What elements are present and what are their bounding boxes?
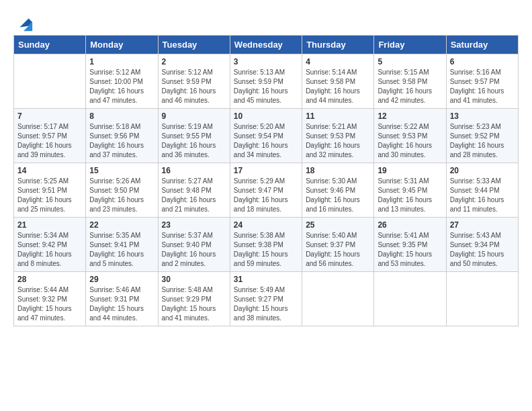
calendar-cell: 19Sunrise: 5:31 AM Sunset: 9:45 PM Dayli…	[374, 163, 446, 218]
week-row-2: 7Sunrise: 5:17 AM Sunset: 9:57 PM Daylig…	[14, 109, 519, 163]
day-number: 16	[162, 166, 226, 175]
calendar-cell: 24Sunrise: 5:38 AM Sunset: 9:38 PM Dayli…	[230, 218, 302, 272]
day-info: Sunrise: 5:12 AM Sunset: 9:59 PM Dayligh…	[162, 68, 226, 105]
week-row-1: 1Sunrise: 5:12 AM Sunset: 10:00 PM Dayli…	[14, 54, 519, 109]
day-info: Sunrise: 5:14 AM Sunset: 9:58 PM Dayligh…	[306, 68, 370, 105]
day-info: Sunrise: 5:31 AM Sunset: 9:45 PM Dayligh…	[378, 177, 442, 214]
calendar-cell	[302, 272, 374, 326]
calendar-cell	[14, 54, 86, 109]
day-info: Sunrise: 5:49 AM Sunset: 9:27 PM Dayligh…	[234, 285, 298, 323]
day-number: 13	[450, 111, 515, 121]
day-number: 14	[17, 166, 82, 175]
calendar-cell: 7Sunrise: 5:17 AM Sunset: 9:57 PM Daylig…	[14, 109, 86, 163]
calendar-cell: 22Sunrise: 5:35 AM Sunset: 9:41 PM Dayli…	[86, 218, 158, 272]
day-info: Sunrise: 5:46 AM Sunset: 9:31 PM Dayligh…	[89, 285, 154, 323]
day-number: 15	[89, 166, 154, 175]
day-info: Sunrise: 5:37 AM Sunset: 9:40 PM Dayligh…	[162, 231, 226, 269]
calendar-cell: 18Sunrise: 5:30 AM Sunset: 9:46 PM Dayli…	[302, 163, 374, 218]
day-info: Sunrise: 5:27 AM Sunset: 9:48 PM Dayligh…	[162, 177, 226, 214]
day-info: Sunrise: 5:41 AM Sunset: 9:35 PM Dayligh…	[378, 231, 442, 269]
day-number: 4	[306, 57, 370, 66]
day-info: Sunrise: 5:44 AM Sunset: 9:32 PM Dayligh…	[17, 285, 82, 323]
day-number: 10	[234, 111, 298, 121]
calendar-cell: 1Sunrise: 5:12 AM Sunset: 10:00 PM Dayli…	[86, 54, 158, 109]
day-number: 25	[306, 220, 370, 230]
calendar-cell: 29Sunrise: 5:46 AM Sunset: 9:31 PM Dayli…	[86, 272, 158, 326]
calendar-cell: 17Sunrise: 5:29 AM Sunset: 9:47 PM Dayli…	[230, 163, 302, 218]
day-number: 12	[378, 111, 442, 121]
day-info: Sunrise: 5:33 AM Sunset: 9:44 PM Dayligh…	[450, 177, 515, 214]
calendar-cell: 6Sunrise: 5:16 AM Sunset: 9:57 PM Daylig…	[446, 54, 518, 109]
calendar-cell: 3Sunrise: 5:13 AM Sunset: 9:59 PM Daylig…	[230, 54, 302, 109]
calendar-cell: 26Sunrise: 5:41 AM Sunset: 9:35 PM Dayli…	[374, 218, 446, 272]
calendar-header: SundayMondayTuesdayWednesdayThursdayFrid…	[14, 36, 519, 54]
calendar-cell: 13Sunrise: 5:23 AM Sunset: 9:52 PM Dayli…	[446, 109, 518, 163]
day-info: Sunrise: 5:20 AM Sunset: 9:54 PM Dayligh…	[234, 122, 298, 160]
calendar-cell: 11Sunrise: 5:21 AM Sunset: 9:53 PM Dayli…	[302, 109, 374, 163]
day-number: 11	[306, 111, 370, 121]
calendar-cell: 30Sunrise: 5:48 AM Sunset: 9:29 PM Dayli…	[158, 272, 230, 326]
day-info: Sunrise: 5:21 AM Sunset: 9:53 PM Dayligh…	[306, 122, 370, 160]
day-number: 7	[17, 111, 82, 121]
week-row-5: 28Sunrise: 5:44 AM Sunset: 9:32 PM Dayli…	[14, 272, 519, 326]
calendar-cell: 23Sunrise: 5:37 AM Sunset: 9:40 PM Dayli…	[158, 218, 230, 272]
day-info: Sunrise: 5:19 AM Sunset: 9:55 PM Dayligh…	[162, 122, 226, 160]
day-number: 1	[89, 57, 154, 66]
logo	[13, 13, 34, 28]
day-info: Sunrise: 5:40 AM Sunset: 9:37 PM Dayligh…	[306, 231, 370, 269]
day-info: Sunrise: 5:30 AM Sunset: 9:46 PM Dayligh…	[306, 177, 370, 214]
day-info: Sunrise: 5:38 AM Sunset: 9:38 PM Dayligh…	[234, 231, 298, 269]
calendar-cell: 12Sunrise: 5:22 AM Sunset: 9:53 PM Dayli…	[374, 109, 446, 163]
day-number: 6	[450, 57, 515, 66]
day-info: Sunrise: 5:12 AM Sunset: 10:00 PM Daylig…	[89, 68, 154, 105]
day-info: Sunrise: 5:23 AM Sunset: 9:52 PM Dayligh…	[450, 122, 515, 160]
day-info: Sunrise: 5:48 AM Sunset: 9:29 PM Dayligh…	[162, 285, 226, 323]
day-info: Sunrise: 5:15 AM Sunset: 9:58 PM Dayligh…	[378, 68, 442, 105]
day-number: 3	[234, 57, 298, 66]
day-info: Sunrise: 5:22 AM Sunset: 9:53 PM Dayligh…	[378, 122, 442, 160]
calendar-cell: 21Sunrise: 5:34 AM Sunset: 9:42 PM Dayli…	[14, 218, 86, 272]
day-number: 2	[162, 57, 226, 66]
day-number: 18	[306, 166, 370, 175]
day-info: Sunrise: 5:13 AM Sunset: 9:59 PM Dayligh…	[234, 68, 298, 105]
calendar-cell: 14Sunrise: 5:25 AM Sunset: 9:51 PM Dayli…	[14, 163, 86, 218]
day-info: Sunrise: 5:26 AM Sunset: 9:50 PM Dayligh…	[89, 177, 154, 214]
day-number: 5	[378, 57, 442, 66]
calendar-cell	[374, 272, 446, 326]
column-header-tuesday: Tuesday	[158, 36, 230, 54]
day-number: 23	[162, 220, 226, 230]
day-number: 21	[17, 220, 82, 230]
column-header-thursday: Thursday	[302, 36, 374, 54]
column-header-monday: Monday	[86, 36, 158, 54]
column-header-wednesday: Wednesday	[230, 36, 302, 54]
day-info: Sunrise: 5:43 AM Sunset: 9:34 PM Dayligh…	[450, 231, 515, 269]
week-row-4: 21Sunrise: 5:34 AM Sunset: 9:42 PM Dayli…	[14, 218, 519, 272]
calendar-cell: 5Sunrise: 5:15 AM Sunset: 9:58 PM Daylig…	[374, 54, 446, 109]
day-number: 30	[162, 275, 226, 284]
calendar-cell: 31Sunrise: 5:49 AM Sunset: 9:27 PM Dayli…	[230, 272, 302, 326]
day-info: Sunrise: 5:35 AM Sunset: 9:41 PM Dayligh…	[89, 231, 154, 269]
day-info: Sunrise: 5:34 AM Sunset: 9:42 PM Dayligh…	[17, 231, 82, 269]
day-number: 19	[378, 166, 442, 175]
calendar-cell: 9Sunrise: 5:19 AM Sunset: 9:55 PM Daylig…	[158, 109, 230, 163]
calendar-table: SundayMondayTuesdayWednesdayThursdayFrid…	[13, 35, 519, 326]
day-number: 20	[450, 166, 515, 175]
day-info: Sunrise: 5:17 AM Sunset: 9:57 PM Dayligh…	[17, 122, 82, 160]
column-header-sunday: Sunday	[14, 36, 86, 54]
day-number: 24	[234, 220, 298, 230]
calendar-cell: 20Sunrise: 5:33 AM Sunset: 9:44 PM Dayli…	[446, 163, 518, 218]
day-info: Sunrise: 5:25 AM Sunset: 9:51 PM Dayligh…	[17, 177, 82, 214]
day-number: 17	[234, 166, 298, 175]
calendar-cell: 25Sunrise: 5:40 AM Sunset: 9:37 PM Dayli…	[302, 218, 374, 272]
day-number: 8	[89, 111, 154, 121]
day-number: 9	[162, 111, 226, 121]
calendar-cell	[446, 272, 518, 326]
day-number: 28	[17, 275, 82, 284]
day-number: 26	[378, 220, 442, 230]
day-info: Sunrise: 5:18 AM Sunset: 9:56 PM Dayligh…	[89, 122, 154, 160]
day-number: 22	[89, 220, 154, 230]
calendar-cell: 2Sunrise: 5:12 AM Sunset: 9:59 PM Daylig…	[158, 54, 230, 109]
day-info: Sunrise: 5:16 AM Sunset: 9:57 PM Dayligh…	[450, 68, 515, 105]
calendar-cell: 10Sunrise: 5:20 AM Sunset: 9:54 PM Dayli…	[230, 109, 302, 163]
day-info: Sunrise: 5:29 AM Sunset: 9:47 PM Dayligh…	[234, 177, 298, 214]
